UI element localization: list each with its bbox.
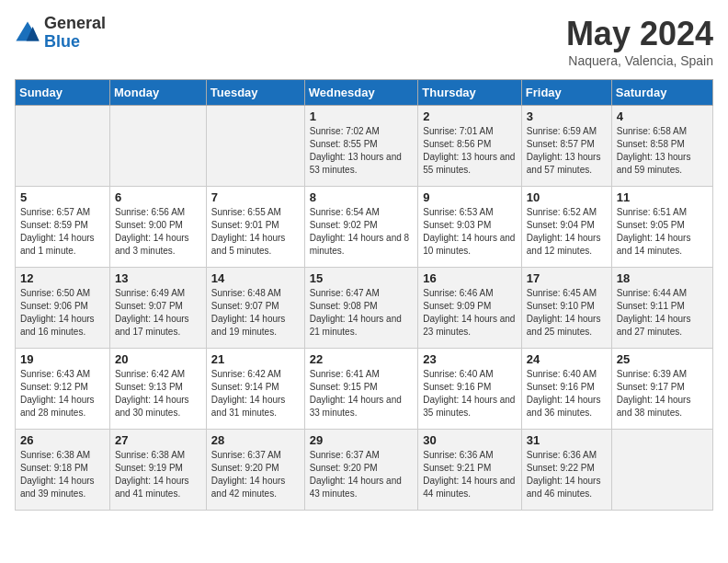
calendar-cell: 23Sunrise: 6:40 AM Sunset: 9:16 PM Dayli… xyxy=(418,349,522,430)
weekday-header: Thursday xyxy=(418,80,522,106)
day-info: Sunrise: 6:59 AM Sunset: 8:57 PM Dayligh… xyxy=(527,125,607,177)
month-title: May 2024 xyxy=(566,15,713,53)
day-number: 4 xyxy=(617,109,708,123)
calendar-cell: 6Sunrise: 6:56 AM Sunset: 9:00 PM Daylig… xyxy=(110,187,207,268)
day-info: Sunrise: 6:40 AM Sunset: 9:16 PM Dayligh… xyxy=(527,368,607,419)
day-info: Sunrise: 6:53 AM Sunset: 9:03 PM Dayligh… xyxy=(423,206,517,258)
day-info: Sunrise: 6:56 AM Sunset: 9:00 PM Dayligh… xyxy=(115,206,201,258)
day-number: 19 xyxy=(20,352,105,366)
calendar-cell: 17Sunrise: 6:45 AM Sunset: 9:10 PM Dayli… xyxy=(521,268,611,349)
day-number: 10 xyxy=(527,190,607,204)
calendar-cell: 13Sunrise: 6:49 AM Sunset: 9:07 PM Dayli… xyxy=(110,268,207,349)
calendar-cell xyxy=(611,430,712,511)
weekday-header: Monday xyxy=(110,80,207,106)
day-info: Sunrise: 6:38 AM Sunset: 9:19 PM Dayligh… xyxy=(115,449,201,500)
calendar-week-row: 26Sunrise: 6:38 AM Sunset: 9:18 PM Dayli… xyxy=(16,430,713,511)
day-number: 1 xyxy=(310,109,414,123)
calendar-cell: 1Sunrise: 7:02 AM Sunset: 8:55 PM Daylig… xyxy=(304,106,418,187)
day-info: Sunrise: 6:58 AM Sunset: 8:58 PM Dayligh… xyxy=(617,125,708,177)
day-number: 2 xyxy=(423,109,517,123)
calendar-cell: 12Sunrise: 6:50 AM Sunset: 9:06 PM Dayli… xyxy=(16,268,110,349)
calendar-cell: 20Sunrise: 6:42 AM Sunset: 9:13 PM Dayli… xyxy=(110,349,207,430)
day-info: Sunrise: 6:46 AM Sunset: 9:09 PM Dayligh… xyxy=(423,287,517,339)
calendar-cell: 26Sunrise: 6:38 AM Sunset: 9:18 PM Dayli… xyxy=(16,430,110,511)
day-info: Sunrise: 6:49 AM Sunset: 9:07 PM Dayligh… xyxy=(115,287,201,339)
day-info: Sunrise: 6:48 AM Sunset: 9:07 PM Dayligh… xyxy=(211,287,300,339)
calendar-week-row: 12Sunrise: 6:50 AM Sunset: 9:06 PM Dayli… xyxy=(16,268,713,349)
day-info: Sunrise: 6:41 AM Sunset: 9:15 PM Dayligh… xyxy=(310,368,414,419)
weekday-header: Wednesday xyxy=(304,80,418,106)
title-block: May 2024 Naquera, Valencia, Spain xyxy=(566,15,713,68)
day-info: Sunrise: 6:50 AM Sunset: 9:06 PM Dayligh… xyxy=(20,287,105,339)
weekday-row: SundayMondayTuesdayWednesdayThursdayFrid… xyxy=(16,80,713,106)
calendar-body: 1Sunrise: 7:02 AM Sunset: 8:55 PM Daylig… xyxy=(16,106,713,511)
calendar-cell: 30Sunrise: 6:36 AM Sunset: 9:21 PM Dayli… xyxy=(418,430,522,511)
calendar-cell: 25Sunrise: 6:39 AM Sunset: 9:17 PM Dayli… xyxy=(611,349,712,430)
weekday-header: Sunday xyxy=(16,80,110,106)
calendar-cell: 14Sunrise: 6:48 AM Sunset: 9:07 PM Dayli… xyxy=(206,268,304,349)
day-number: 24 xyxy=(527,352,607,366)
calendar-cell: 21Sunrise: 6:42 AM Sunset: 9:14 PM Dayli… xyxy=(206,349,304,430)
day-number: 30 xyxy=(423,433,517,447)
day-info: Sunrise: 6:40 AM Sunset: 9:16 PM Dayligh… xyxy=(423,368,517,419)
logo: General Blue xyxy=(15,15,106,52)
day-number: 8 xyxy=(310,190,414,204)
calendar-week-row: 19Sunrise: 6:43 AM Sunset: 9:12 PM Dayli… xyxy=(16,349,713,430)
calendar-cell xyxy=(16,106,110,187)
day-info: Sunrise: 6:55 AM Sunset: 9:01 PM Dayligh… xyxy=(211,206,300,258)
day-number: 13 xyxy=(115,271,201,285)
calendar-cell: 2Sunrise: 7:01 AM Sunset: 8:56 PM Daylig… xyxy=(418,106,522,187)
calendar-cell xyxy=(206,106,304,187)
day-number: 27 xyxy=(115,433,201,447)
calendar-cell: 7Sunrise: 6:55 AM Sunset: 9:01 PM Daylig… xyxy=(206,187,304,268)
day-number: 31 xyxy=(527,433,607,447)
logo-blue: Blue xyxy=(44,33,106,52)
calendar-cell: 15Sunrise: 6:47 AM Sunset: 9:08 PM Dayli… xyxy=(304,268,418,349)
day-info: Sunrise: 6:52 AM Sunset: 9:04 PM Dayligh… xyxy=(527,206,607,258)
calendar-cell xyxy=(110,106,207,187)
day-number: 20 xyxy=(115,352,201,366)
calendar-cell: 16Sunrise: 6:46 AM Sunset: 9:09 PM Dayli… xyxy=(418,268,522,349)
day-number: 12 xyxy=(20,271,105,285)
calendar-header: SundayMondayTuesdayWednesdayThursdayFrid… xyxy=(16,80,713,106)
day-number: 29 xyxy=(310,433,414,447)
day-number: 26 xyxy=(20,433,105,447)
calendar-cell: 29Sunrise: 6:37 AM Sunset: 9:20 PM Dayli… xyxy=(304,430,418,511)
calendar-cell: 27Sunrise: 6:38 AM Sunset: 9:19 PM Dayli… xyxy=(110,430,207,511)
day-number: 22 xyxy=(310,352,414,366)
calendar-cell: 11Sunrise: 6:51 AM Sunset: 9:05 PM Dayli… xyxy=(611,187,712,268)
day-info: Sunrise: 6:54 AM Sunset: 9:02 PM Dayligh… xyxy=(310,206,414,258)
day-number: 23 xyxy=(423,352,517,366)
day-number: 14 xyxy=(211,271,300,285)
day-number: 6 xyxy=(115,190,201,204)
day-info: Sunrise: 6:47 AM Sunset: 9:08 PM Dayligh… xyxy=(310,287,414,339)
day-info: Sunrise: 6:36 AM Sunset: 9:22 PM Dayligh… xyxy=(527,449,607,500)
logo-text: General Blue xyxy=(44,15,106,52)
day-number: 21 xyxy=(211,352,300,366)
day-number: 9 xyxy=(423,190,517,204)
day-number: 28 xyxy=(211,433,300,447)
day-number: 3 xyxy=(527,109,607,123)
day-info: Sunrise: 6:51 AM Sunset: 9:05 PM Dayligh… xyxy=(617,206,708,258)
day-number: 5 xyxy=(20,190,105,204)
calendar-cell: 19Sunrise: 6:43 AM Sunset: 9:12 PM Dayli… xyxy=(16,349,110,430)
day-info: Sunrise: 6:37 AM Sunset: 9:20 PM Dayligh… xyxy=(211,449,300,500)
calendar-cell: 9Sunrise: 6:53 AM Sunset: 9:03 PM Daylig… xyxy=(418,187,522,268)
day-info: Sunrise: 6:45 AM Sunset: 9:10 PM Dayligh… xyxy=(527,287,607,339)
calendar-cell: 5Sunrise: 6:57 AM Sunset: 8:59 PM Daylig… xyxy=(16,187,110,268)
day-info: Sunrise: 6:38 AM Sunset: 9:18 PM Dayligh… xyxy=(20,449,105,500)
day-info: Sunrise: 6:37 AM Sunset: 9:20 PM Dayligh… xyxy=(310,449,414,500)
calendar-cell: 4Sunrise: 6:58 AM Sunset: 8:58 PM Daylig… xyxy=(611,106,712,187)
calendar-cell: 22Sunrise: 6:41 AM Sunset: 9:15 PM Dayli… xyxy=(304,349,418,430)
day-number: 17 xyxy=(527,271,607,285)
calendar-cell: 18Sunrise: 6:44 AM Sunset: 9:11 PM Dayli… xyxy=(611,268,712,349)
calendar-cell: 24Sunrise: 6:40 AM Sunset: 9:16 PM Dayli… xyxy=(521,349,611,430)
day-info: Sunrise: 7:02 AM Sunset: 8:55 PM Dayligh… xyxy=(310,125,414,177)
day-info: Sunrise: 6:57 AM Sunset: 8:59 PM Dayligh… xyxy=(20,206,105,258)
calendar-cell: 10Sunrise: 6:52 AM Sunset: 9:04 PM Dayli… xyxy=(521,187,611,268)
calendar-cell: 31Sunrise: 6:36 AM Sunset: 9:22 PM Dayli… xyxy=(521,430,611,511)
logo-icon xyxy=(15,20,40,46)
calendar-table: SundayMondayTuesdayWednesdayThursdayFrid… xyxy=(15,79,713,511)
weekday-header: Tuesday xyxy=(206,80,304,106)
day-info: Sunrise: 6:36 AM Sunset: 9:21 PM Dayligh… xyxy=(423,449,517,500)
